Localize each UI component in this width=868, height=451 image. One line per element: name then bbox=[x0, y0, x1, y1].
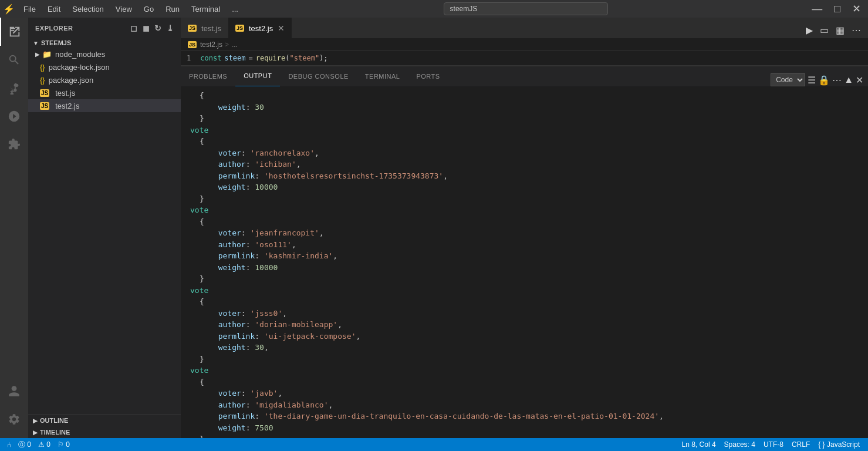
menu-terminal[interactable]: Terminal bbox=[185, 0, 226, 18]
tab-terminal[interactable]: TERMINAL bbox=[357, 66, 408, 86]
layout-icon[interactable]: ▦ bbox=[833, 22, 847, 38]
activity-source-control[interactable] bbox=[0, 74, 28, 102]
output-line: } bbox=[190, 113, 859, 124]
package-file[interactable]: {} package.json bbox=[28, 73, 181, 86]
new-folder-icon[interactable]: ◼ bbox=[143, 23, 150, 33]
split-icon[interactable]: ▭ bbox=[818, 22, 831, 38]
activity-account[interactable] bbox=[0, 377, 28, 405]
new-file-icon[interactable]: ◻ bbox=[130, 23, 138, 33]
project-section[interactable]: ▼ STEEMJS bbox=[28, 38, 181, 48]
menu-run[interactable]: Run bbox=[160, 0, 185, 18]
menu-go[interactable]: Go bbox=[138, 0, 160, 18]
breadcrumb-file[interactable]: test2.js bbox=[200, 41, 222, 49]
panel-expand-icon[interactable]: ▲ bbox=[844, 75, 853, 85]
menu-selection[interactable]: Selection bbox=[66, 0, 109, 18]
output-source-select[interactable]: Code Git npm bbox=[771, 73, 805, 86]
output-line: weight: 10000 bbox=[190, 262, 859, 274]
output-line: { bbox=[190, 296, 859, 308]
activity-run-debug[interactable] bbox=[0, 102, 28, 130]
code-content: const bbox=[200, 54, 221, 62]
tab-label-1: test.js bbox=[201, 24, 221, 33]
output-line: { bbox=[190, 216, 859, 228]
output-content[interactable]: { weight: 30 } vote { voter: 'ranchorela… bbox=[181, 86, 868, 438]
status-right: Ln 8, Col 4 Spaces: 4 UTF-8 CRLF { } Jav… bbox=[674, 440, 868, 449]
more-actions-icon[interactable]: ⋯ bbox=[849, 22, 863, 38]
tab-close-button[interactable]: ✕ bbox=[278, 23, 285, 33]
js-icon-2: JS bbox=[40, 102, 49, 110]
panel-lock-icon[interactable]: 🔒 bbox=[818, 75, 830, 86]
sidebar-header-icons: ◻ ◼ ↻ ⤓ bbox=[130, 23, 174, 33]
svg-rect-0 bbox=[11, 28, 15, 29]
refresh-icon[interactable]: ↻ bbox=[154, 23, 162, 33]
test2-js-file[interactable]: JS test2.js bbox=[28, 99, 181, 112]
tab-problems-label: PROBLEMS bbox=[189, 73, 227, 80]
output-line: { bbox=[190, 136, 859, 147]
outline-arrow: ▶ bbox=[33, 418, 38, 424]
activity-explorer[interactable] bbox=[0, 18, 28, 46]
panel-more-icon[interactable]: ⋯ bbox=[832, 75, 842, 86]
tab-debug-console[interactable]: DEBUG CONSOLE bbox=[280, 66, 356, 86]
indentation[interactable]: Spaces: 4 bbox=[721, 440, 759, 449]
activity-extensions[interactable] bbox=[0, 130, 28, 159]
explorer-title: EXPLORER bbox=[35, 25, 73, 32]
output-line: permlink: 'ui-jetpack-compose', bbox=[190, 331, 859, 342]
sidebar: EXPLORER ◻ ◼ ↻ ⤓ ▼ STEEMJS ▶ 📁 node_modu… bbox=[28, 18, 181, 438]
menu-more[interactable]: ... bbox=[226, 0, 244, 18]
activity-settings[interactable] bbox=[0, 405, 28, 433]
tab-problems[interactable]: PROBLEMS bbox=[181, 66, 235, 86]
panel-tabs: PROBLEMS OUTPUT DEBUG CONSOLE TERMINAL P… bbox=[181, 66, 868, 86]
output-line: } bbox=[190, 273, 859, 285]
folder-arrow: ▶ bbox=[35, 51, 40, 58]
node-modules-folder[interactable]: ▶ 📁 node_modules bbox=[28, 48, 181, 60]
run-icon[interactable]: ▶ bbox=[803, 22, 815, 38]
outline-section[interactable]: ▶ OUTLINE bbox=[28, 415, 181, 426]
main-layout: EXPLORER ◻ ◼ ↻ ⤓ ▼ STEEMJS ▶ 📁 node_modu… bbox=[0, 18, 868, 438]
search-input[interactable] bbox=[444, 2, 608, 15]
info-count[interactable]: ⚐ 0 bbox=[55, 440, 72, 449]
panel-close-icon[interactable]: ✕ bbox=[856, 75, 863, 86]
close-button[interactable]: ✕ bbox=[847, 2, 866, 15]
activity-bar bbox=[0, 18, 28, 438]
tab-terminal-label: TERMINAL bbox=[365, 73, 400, 80]
json-icon-2: {} bbox=[40, 76, 45, 85]
output-line: } bbox=[190, 354, 859, 365]
tab-test-js[interactable]: JS test.js bbox=[181, 18, 228, 38]
line-ending[interactable]: CRLF bbox=[788, 440, 813, 449]
package-lock-file[interactable]: {} package-lock.json bbox=[28, 60, 181, 73]
output-line-vote: vote bbox=[190, 285, 859, 297]
tab-test2-js[interactable]: JS test2.js ✕ bbox=[228, 18, 292, 38]
output-line: permlink: 'the-diary-game-un-dia-tranqui… bbox=[190, 410, 859, 422]
menu-file[interactable]: File bbox=[18, 0, 42, 18]
output-line-vote: vote bbox=[190, 365, 859, 376]
sidebar-header: EXPLORER ◻ ◼ ↻ ⤓ bbox=[28, 18, 181, 38]
output-line: weight: 30 bbox=[190, 102, 859, 113]
language-mode[interactable]: { } JavaScript bbox=[815, 440, 863, 449]
file-label-2: package.json bbox=[49, 76, 94, 85]
tab-js-icon: JS bbox=[188, 25, 197, 32]
encoding[interactable]: UTF-8 bbox=[760, 440, 787, 449]
output-line: voter: 'jeanfrancopit', bbox=[190, 227, 859, 239]
maximize-button[interactable]: □ bbox=[829, 3, 845, 15]
menu-view[interactable]: View bbox=[110, 0, 138, 18]
sidebar-content: ▼ STEEMJS ▶ 📁 node_modules {} package-lo… bbox=[28, 38, 181, 112]
output-line-vote: vote bbox=[190, 124, 859, 136]
breadcrumb-more[interactable]: ... bbox=[231, 41, 237, 49]
error-count[interactable]: ⓪ 0 bbox=[16, 440, 33, 450]
tab-output[interactable]: OUTPUT bbox=[235, 66, 280, 86]
timeline-section[interactable]: ▶ TIMELINE bbox=[28, 426, 181, 438]
editor-area: JS test.js JS test2.js ✕ ▶ ▭ ▦ ⋯ JS test… bbox=[181, 18, 868, 438]
minimize-button[interactable]: ― bbox=[807, 3, 827, 15]
git-branch-icon[interactable]: ⑃ bbox=[5, 440, 13, 449]
test-js-file[interactable]: JS test.js bbox=[28, 86, 181, 99]
panel-list-icon[interactable]: ☰ bbox=[808, 75, 816, 86]
collapse-icon[interactable]: ⤓ bbox=[167, 23, 174, 33]
warning-count[interactable]: ⚠ 0 bbox=[36, 440, 53, 449]
cursor-position[interactable]: Ln 8, Col 4 bbox=[678, 440, 720, 449]
tab-output-label: OUTPUT bbox=[244, 72, 272, 79]
output-line: weight: 30, bbox=[190, 342, 859, 354]
menu-edit[interactable]: Edit bbox=[42, 0, 66, 18]
file-label: package-lock.json bbox=[49, 63, 110, 72]
tab-ports[interactable]: PORTS bbox=[408, 66, 448, 86]
activity-search[interactable] bbox=[0, 46, 28, 74]
output-line: { bbox=[190, 376, 859, 388]
